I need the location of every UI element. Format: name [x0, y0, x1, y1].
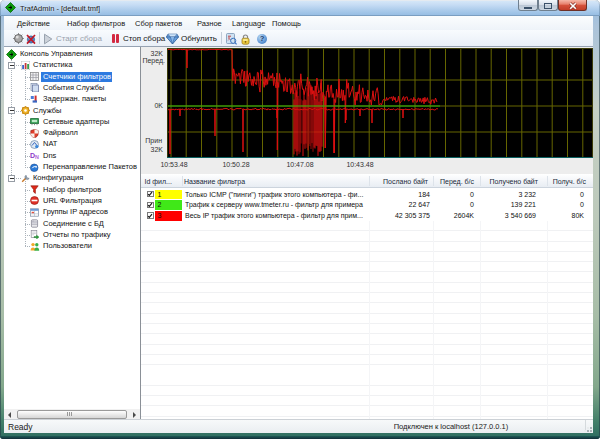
svg-text:N: N: [35, 155, 39, 161]
